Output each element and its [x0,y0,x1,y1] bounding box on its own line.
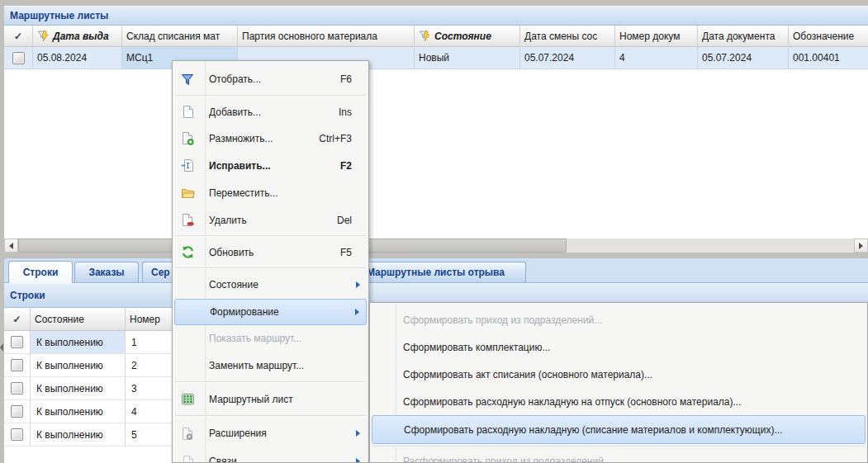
column-header-designation[interactable]: Обозначение [789,26,868,46]
horizontal-scrollbar[interactable] [4,239,868,253]
row-checkbox[interactable] [12,52,25,64]
column-header-batch[interactable]: Партия основного материала [238,26,415,46]
menu-item-shortcut: Ins [339,106,352,118]
menu-item-label: Расформировать приход из подразделений..… [403,456,612,463]
cell-text: 05.08.2024 [37,52,87,64]
menu-item-refresh[interactable]: Обновить F5 [174,239,367,265]
row-check-cell[interactable] [4,400,31,423]
submenu-item-form-kitting[interactable]: Сформировать комплектацию... [372,333,866,361]
tab-route-sheets-otryva[interactable]: Маршрутные листы отрыва [345,262,526,282]
menu-item-filter[interactable]: Отобрать... F6 [174,67,367,92]
column-label: Дата документа [702,31,775,42]
extensions-icon [179,426,196,441]
submenu-item-form-receipt: Сформировать приход из подразделений... [372,306,866,333]
top-panel-title: Маршрутные листы [10,10,108,21]
menu-item-label: Состояние [209,279,259,291]
panel-splitter[interactable] [4,253,868,258]
state-cell[interactable]: К выполнению [31,377,126,400]
menu-item-route-sheet[interactable]: Маршрутный лист [174,385,367,413]
tab-label: Строки [23,267,59,278]
filter-lightning-icon [419,31,431,41]
row-checkbox[interactable] [11,382,23,394]
submenu-arrow-icon [356,430,360,437]
column-header-warehouse[interactable]: Склад списания мат [122,26,238,46]
menu-item-label: Удалить [209,215,247,226]
row-checkbox[interactable] [11,428,23,441]
column-header-date-issued[interactable]: Дата выда [33,26,122,46]
column-header-doc-date[interactable]: Дата документа [698,26,789,46]
check-icon: ✓ [12,314,21,325]
column-header-state[interactable]: Состояние [31,308,126,330]
context-menu: Отобрать... F6 Добавить... Ins Размножит… [172,60,369,463]
state-cell[interactable]: К выполнению [31,331,126,354]
row-checkbox[interactable] [11,336,23,348]
row-checkbox[interactable] [11,405,23,418]
submenu-item-form-expense-invoice[interactable]: Сформировать расходную накладную (списан… [372,415,866,444]
row-check-cell[interactable] [4,331,31,354]
row-check-cell[interactable] [4,354,31,377]
top-grid-header-row: ✓ Дата выда Склад списания мат Партия ос… [4,26,868,47]
cell-text: 2 [131,360,137,371]
tab-label: Сер [151,267,170,278]
menu-item-links[interactable]: Связи [174,449,367,463]
menu-item-replace-route[interactable]: Заменить маршрут... [174,352,367,378]
submenu-item-unform-receipt: Расформировать приход из подразделений..… [372,449,866,463]
cell-doc-number[interactable]: 4 [615,47,698,69]
column-header-state-change-date[interactable]: Дата смены сос [520,26,615,46]
cell-text: 4 [131,406,137,418]
submenu-item-form-writeoff-act[interactable]: Сформировать акт списания (основного мат… [372,361,866,388]
menu-item-move[interactable]: Переместить... [174,180,367,206]
row-check-cell[interactable] [4,377,31,400]
edit-icon [179,158,196,173]
cell-designation[interactable]: 001.00401 [789,47,868,69]
menu-item-label: Сформировать расходную накладную (списан… [404,424,782,436]
menu-item-shortcut: Del [337,215,352,226]
menu-item-duplicate[interactable]: Размножить... Ctrl+F3 [174,125,367,151]
menu-item-extensions[interactable]: Расширения [174,419,367,447]
cell-state[interactable]: Новый [415,47,520,69]
menu-item-label: Расширения [209,428,267,439]
menu-item-delete[interactable]: Удалить Del [174,207,367,233]
cell-doc-date[interactable]: 05.07.2024 [698,47,789,69]
column-header-state[interactable]: Состояние [415,26,520,46]
menu-item-label: Заменить маршрут... [209,360,304,371]
column-header-doc-number[interactable]: Номер докум [615,26,698,46]
column-header-check[interactable]: ✓ [4,26,33,46]
cell-text: К выполнению [36,406,103,418]
row-check-cell[interactable] [4,423,31,446]
cell-text: 4 [619,52,625,64]
state-cell[interactable]: К выполнению [31,400,126,423]
state-cell[interactable]: К выполнению [31,354,126,377]
delete-icon [179,213,196,228]
filter-lightning-icon [37,31,50,41]
menu-item-add[interactable]: Добавить... Ins [174,99,367,125]
row-checkbox[interactable] [11,359,23,371]
submenu-arrow-icon [356,281,360,288]
check-icon: ✓ [14,31,22,42]
menu-item-label: Маршрутный лист [209,394,293,405]
state-cell[interactable]: К выполнению [31,423,126,446]
row-check-cell[interactable] [4,47,33,69]
collapse-left-icon[interactable] [0,342,4,353]
column-label: Номер [130,314,160,325]
menu-item-edit[interactable]: Исправить... F2 [174,153,367,178]
duplicate-icon [179,131,196,146]
cell-date-issued[interactable]: 05.08.2024 [33,47,122,69]
menu-item-formation[interactable]: Формирование [174,299,367,325]
application-window: Маршрутные листы ✓ Дата выда Склад списа… [0,0,868,463]
tab-zakazy[interactable]: Заказы [74,262,139,282]
menu-separator [175,415,366,417]
column-header-check[interactable]: ✓ [4,308,31,330]
menu-item-label: Исправить... [209,160,271,172]
submenu-item-form-issue-invoice[interactable]: Сформировать расходную накладную на отпу… [372,388,866,415]
cell-text: 1 [131,337,137,348]
tab-label: Маршрутные листы отрыва [367,267,505,278]
scroll-right-button[interactable] [854,239,868,253]
scroll-left-button[interactable] [4,239,18,253]
menu-item-label: Сформировать акт списания (основного мат… [403,369,652,380]
table-row[interactable]: 05.08.2024 МСц1 Новый 05.07.2024 4 05.07… [4,47,868,69]
menu-item-state[interactable]: Состояние [174,272,367,297]
cell-state-change-date[interactable]: 05.07.2024 [520,47,615,69]
cell-text: 05.07.2024 [702,52,752,64]
tab-stroki[interactable]: Строки [8,261,73,283]
